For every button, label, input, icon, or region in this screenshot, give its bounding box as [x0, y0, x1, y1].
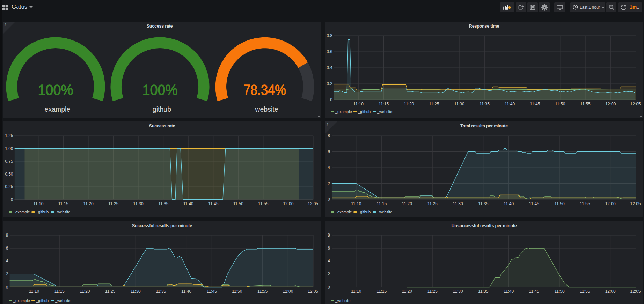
- svg-text:12:00: 12:00: [283, 289, 293, 294]
- svg-text:11:20: 11:20: [402, 289, 412, 294]
- svg-text:11:20: 11:20: [402, 201, 412, 206]
- svg-text:100%: 100%: [142, 82, 178, 98]
- svg-text:11:10: 11:10: [351, 201, 361, 206]
- svg-text:0.75: 0.75: [5, 159, 13, 164]
- svg-text:11:15: 11:15: [376, 201, 387, 206]
- svg-text:12:00: 12:00: [605, 201, 616, 206]
- svg-text:11:50: 11:50: [555, 289, 565, 294]
- svg-text:_website: _website: [251, 105, 278, 113]
- svg-text:11:40: 11:40: [504, 201, 514, 206]
- svg-text:11:30: 11:30: [453, 289, 463, 294]
- svg-text:11:55: 11:55: [257, 289, 268, 294]
- svg-text:6: 6: [328, 149, 330, 154]
- svg-text:11:20: 11:20: [80, 289, 90, 294]
- svg-text:11:25: 11:25: [427, 289, 438, 294]
- svg-text:11:55: 11:55: [580, 289, 590, 294]
- svg-text:11:30: 11:30: [453, 201, 463, 206]
- svg-text:11:40: 11:40: [183, 201, 193, 206]
- svg-text:4: 4: [328, 259, 330, 264]
- svg-text:11:30: 11:30: [133, 201, 144, 206]
- svg-text:_example: _example: [13, 298, 30, 303]
- svg-text:_example: _example: [335, 210, 352, 214]
- svg-text:0: 0: [330, 97, 332, 102]
- svg-text:11:45: 11:45: [207, 289, 217, 294]
- svg-text:11:25: 11:25: [108, 201, 118, 206]
- svg-text:_website: _website: [335, 298, 350, 303]
- svg-text:11:50: 11:50: [232, 289, 242, 294]
- svg-text:_github: _github: [36, 210, 49, 214]
- svg-text:11:50: 11:50: [555, 201, 565, 206]
- svg-text:11:20: 11:20: [404, 102, 414, 106]
- svg-text:11:25: 11:25: [429, 102, 439, 106]
- svg-text:11:45: 11:45: [529, 201, 539, 206]
- svg-text:11:45: 11:45: [530, 102, 540, 106]
- svg-text:4: 4: [328, 165, 330, 170]
- svg-text:100%: 100%: [38, 82, 73, 98]
- svg-text:0.8: 0.8: [327, 33, 332, 38]
- svg-text:11:10: 11:10: [29, 289, 39, 294]
- svg-text:_github: _github: [358, 210, 371, 214]
- svg-text:11:35: 11:35: [156, 289, 166, 294]
- svg-text:0: 0: [328, 197, 330, 202]
- svg-text:12:05: 12:05: [630, 102, 641, 106]
- svg-text:12:00: 12:00: [283, 201, 293, 206]
- svg-text:11:35: 11:35: [478, 201, 488, 206]
- svg-text:11:20: 11:20: [83, 201, 93, 206]
- svg-text:11:50: 11:50: [233, 201, 243, 206]
- svg-text:11:15: 11:15: [58, 201, 68, 206]
- svg-text:11:15: 11:15: [54, 289, 65, 294]
- svg-text:11:15: 11:15: [376, 289, 387, 294]
- svg-text:8: 8: [328, 233, 330, 238]
- svg-text:0.25: 0.25: [5, 184, 13, 189]
- svg-text:12:00: 12:00: [605, 289, 616, 294]
- svg-text:12:05: 12:05: [308, 289, 318, 294]
- svg-text:_website: _website: [377, 110, 392, 114]
- svg-text:12:05: 12:05: [308, 201, 318, 206]
- svg-text:1.00: 1.00: [5, 146, 13, 151]
- svg-text:4: 4: [6, 259, 8, 264]
- svg-text:11:10: 11:10: [351, 289, 361, 294]
- svg-text:11:35: 11:35: [480, 102, 490, 106]
- svg-text:11:25: 11:25: [105, 289, 115, 294]
- svg-text:_website: _website: [55, 210, 70, 214]
- svg-text:0: 0: [11, 197, 13, 202]
- svg-text:_example: _example: [335, 110, 352, 114]
- svg-text:_github: _github: [148, 105, 171, 113]
- svg-text:_website: _website: [55, 298, 70, 303]
- svg-text:8: 8: [328, 133, 330, 138]
- svg-text:11:45: 11:45: [529, 289, 539, 294]
- svg-text:11:40: 11:40: [181, 289, 191, 294]
- svg-text:11:45: 11:45: [208, 201, 218, 206]
- svg-text:11:25: 11:25: [427, 201, 438, 206]
- svg-text:2: 2: [328, 181, 330, 186]
- svg-text:_example: _example: [41, 105, 71, 113]
- svg-text:2: 2: [328, 272, 330, 276]
- svg-text:_website: _website: [377, 210, 392, 214]
- svg-text:0: 0: [328, 285, 330, 290]
- svg-text:6: 6: [6, 246, 8, 251]
- svg-text:12:05: 12:05: [630, 201, 641, 206]
- svg-text:11:35: 11:35: [478, 289, 488, 294]
- svg-text:12:05: 12:05: [630, 289, 641, 294]
- svg-text:11:55: 11:55: [580, 201, 590, 206]
- svg-text:11:10: 11:10: [353, 102, 364, 106]
- svg-text:11:50: 11:50: [555, 102, 565, 106]
- svg-text:78.34%: 78.34%: [243, 82, 286, 98]
- svg-text:11:30: 11:30: [454, 102, 464, 106]
- svg-text:0.6: 0.6: [327, 49, 332, 54]
- svg-text:11:10: 11:10: [33, 201, 43, 206]
- svg-text:0.50: 0.50: [5, 172, 13, 177]
- svg-text:1.25: 1.25: [5, 133, 13, 138]
- svg-text:11:40: 11:40: [505, 102, 515, 106]
- svg-text:11:35: 11:35: [158, 201, 168, 206]
- svg-text:11:55: 11:55: [580, 102, 591, 106]
- svg-text:0: 0: [6, 285, 8, 290]
- svg-text:0.4: 0.4: [327, 65, 332, 70]
- svg-text:0.2: 0.2: [327, 81, 332, 86]
- svg-text:8: 8: [6, 233, 8, 238]
- svg-text:2: 2: [6, 272, 8, 276]
- svg-text:11:40: 11:40: [504, 289, 514, 294]
- svg-text:11:55: 11:55: [258, 201, 268, 206]
- svg-text:_github: _github: [36, 298, 49, 303]
- svg-text:_example: _example: [13, 210, 30, 214]
